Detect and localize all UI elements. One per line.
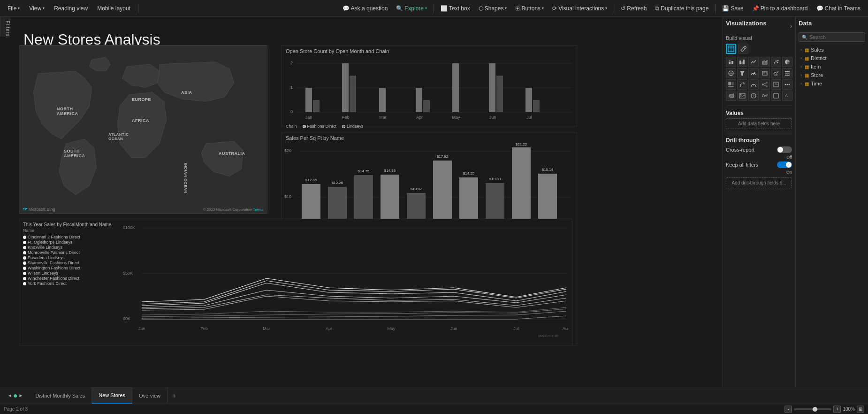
menu-mobile-layout[interactable]: Mobile layout: [93, 3, 134, 14]
tab-district-monthly-sales[interactable]: District Monthly Sales: [29, 387, 92, 404]
viz-treemap[interactable]: [726, 79, 736, 90]
zoom-slider[interactable]: [794, 408, 831, 410]
svg-text:$100K: $100K: [123, 225, 135, 230]
viz-icon-pen[interactable]: [738, 44, 748, 54]
data-item-item[interactable]: › ▦ Item: [799, 62, 865, 71]
add-drill-fields-box[interactable]: Add drill-through fields h...: [726, 177, 792, 188]
map-visual[interactable]: NORTHAMERICA SOUTHAMERICA EUROPE AFRICA …: [19, 45, 267, 214]
zoom-plus-button[interactable]: +: [833, 406, 841, 413]
data-item-time[interactable]: › ▦ Time: [799, 79, 865, 88]
separator-4: [715, 4, 716, 13]
viz-key-influencers[interactable]: [760, 91, 770, 101]
svg-text:Jul: Jul: [514, 326, 519, 331]
svg-text:$17.92: $17.92: [437, 154, 449, 159]
viz-line[interactable]: [748, 57, 759, 67]
buttons-button[interactable]: ⊞ Buttons ▾: [511, 3, 548, 14]
status-bar: Page 2 of 3 - + 100% ⊞: [0, 404, 868, 414]
data-item-store[interactable]: › ▦ Store: [799, 71, 865, 79]
svg-point-134: [787, 84, 788, 85]
explore-button[interactable]: 🔍 Explore ▾: [392, 3, 431, 14]
speech-bubble-icon: 💬: [343, 5, 350, 12]
pin-dashboard-button[interactable]: 📌 Pin to a dashboard: [748, 3, 812, 14]
shapes-button[interactable]: ⬡ Shapes ▾: [475, 3, 511, 14]
explore-icon: 🔍: [396, 5, 403, 12]
data-item-district[interactable]: › ▦ District: [799, 54, 865, 62]
search-input[interactable]: [809, 34, 862, 40]
viz-funnel[interactable]: [737, 68, 747, 78]
canvas-content: New Stores Analysis: [0, 17, 723, 387]
viz-kpi[interactable]: KPI: [771, 68, 781, 78]
viz-shape[interactable]: [771, 91, 781, 101]
separator-3: [614, 4, 614, 13]
visual-interactions-button[interactable]: ⟳ Visual interactions ▾: [548, 3, 611, 14]
terms-link[interactable]: Terms: [253, 207, 263, 212]
viz-gauge[interactable]: [748, 68, 759, 78]
viz-card[interactable]: 123: [760, 68, 770, 78]
viz-clustered-bar[interactable]: [737, 57, 747, 67]
viz-scatter[interactable]: [771, 57, 781, 67]
tab-next-icon[interactable]: ►: [19, 393, 23, 398]
page-info: Page 2 of 3: [4, 406, 28, 412]
menu-view[interactable]: View ▾: [25, 3, 48, 14]
viz-qa[interactable]: ?: [748, 91, 759, 101]
zoom-fit-button[interactable]: ⊞: [857, 406, 864, 413]
svg-rect-8: [313, 100, 320, 112]
legend-fashions-direct: Fashions Direct: [303, 124, 337, 129]
viz-pie[interactable]: [782, 57, 792, 67]
svg-rect-18: [533, 100, 540, 112]
tab-new-stores[interactable]: New Stores: [92, 387, 132, 404]
tab-add-button[interactable]: +: [168, 387, 181, 404]
text-box-button[interactable]: ⬜ Text box: [437, 3, 474, 14]
svg-line-141: [765, 94, 768, 96]
save-button[interactable]: 💾 Save: [718, 3, 747, 14]
line-chart-visual[interactable]: This Year Sales by FiscalMonth and Name …: [19, 219, 572, 345]
svg-line-143: [765, 96, 768, 97]
viz-panel-expand-icon[interactable]: ›: [790, 23, 792, 30]
tab-indicator-icon[interactable]: ●: [13, 391, 18, 400]
viz-map[interactable]: [726, 68, 736, 78]
viz-icon-table[interactable]: [726, 44, 736, 54]
add-fields-box[interactable]: Add data fields here: [726, 118, 792, 129]
zoom-minus-button[interactable]: -: [784, 406, 792, 413]
drill-through-header: Drill through: [726, 133, 792, 144]
duplicate-button[interactable]: ⧉ Duplicate this page: [651, 3, 712, 14]
svg-rect-15: [489, 63, 495, 112]
viz-stacked-bar[interactable]: [726, 57, 736, 67]
tab-prev-icon[interactable]: ◄: [8, 393, 12, 398]
svg-point-140: [762, 95, 765, 97]
viz-narrative[interactable]: Aa: [771, 79, 781, 90]
tab-overview[interactable]: Overview: [132, 387, 168, 404]
chat-teams-button[interactable]: 💬 Chat in Teams: [813, 3, 864, 14]
shapes-icon: ⬡: [479, 5, 483, 12]
svg-text:2: 2: [290, 61, 293, 65]
viz-filled-map[interactable]: [726, 91, 736, 101]
refresh-button[interactable]: ↺ Refresh: [617, 3, 650, 14]
york-dot: [23, 282, 26, 285]
viz-slicer[interactable]: [782, 68, 792, 78]
ft-oglethorpe-dot: [23, 241, 26, 244]
data-panel: Data 🔍 › ▦ Sales › ▦ District › ▦ Item: [795, 17, 868, 387]
viz-ribbon[interactable]: [748, 79, 759, 90]
viz-textbox-icon[interactable]: A: [782, 91, 792, 101]
bar-chart-top[interactable]: Open Store Count by Open Month and Chain…: [282, 45, 577, 127]
shapes-chevron-icon: ▾: [505, 6, 507, 10]
legend-ft-oglethorpe: Ft. Oglethorpe Lindseys: [23, 240, 111, 245]
lindseys-dot: [342, 125, 345, 128]
bottom-tabs: ◄ ● ► District Monthly Sales New Stores …: [0, 387, 868, 404]
keep-all-filters-toggle[interactable]: [777, 161, 792, 168]
viz-waterfall[interactable]: [737, 79, 747, 90]
time-expand-icon: ›: [800, 81, 802, 86]
viz-decomp-tree[interactable]: [760, 79, 770, 90]
svg-text:A: A: [785, 93, 788, 98]
viz-area[interactable]: [760, 57, 770, 67]
ask-question-button[interactable]: 💬 Ask a question: [339, 3, 392, 14]
viz-more[interactable]: [782, 79, 792, 90]
bar-chart-bottom-title: Sales Per Sq Ft by Name: [282, 132, 577, 142]
cross-report-toggle[interactable]: [777, 146, 792, 153]
data-search-box[interactable]: 🔍: [799, 32, 865, 42]
cross-report-knob: [777, 147, 783, 153]
viz-image[interactable]: [737, 91, 747, 101]
menu-file[interactable]: File ▾: [4, 3, 23, 14]
menu-reading-view[interactable]: Reading view: [50, 3, 91, 14]
data-item-sales[interactable]: › ▦ Sales: [799, 46, 865, 54]
